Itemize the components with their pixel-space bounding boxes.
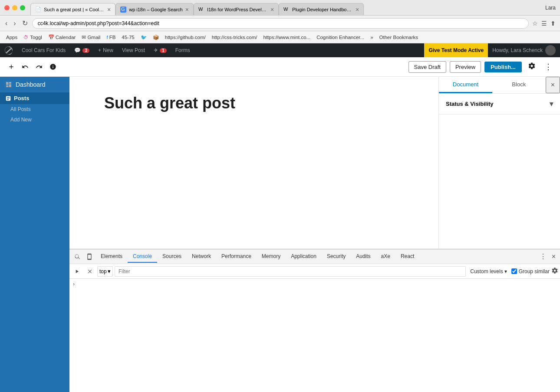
fullscreen-traffic-light[interactable] xyxy=(20,5,25,10)
devtools-tab-sources[interactable]: Sources xyxy=(157,251,187,263)
status-visibility-header[interactable]: Status & Visibility ▾ xyxy=(446,100,553,108)
reader-icon[interactable]: ☰ xyxy=(540,19,548,28)
bookmark-apps[interactable]: Apps xyxy=(3,34,20,41)
document-tab-label: Document xyxy=(453,81,478,88)
reload-button[interactable]: ↻ xyxy=(20,18,30,28)
more-button[interactable]: ⋮ xyxy=(542,59,555,74)
browser-tab-4[interactable]: W Plugin Developer Handbook |… × xyxy=(279,3,364,15)
toolbar-left xyxy=(5,61,59,73)
browser-tab-3[interactable]: W I18n for WordPress Developer… × xyxy=(194,3,279,15)
wp-new-item[interactable]: + New xyxy=(94,43,118,57)
bookmark-icon[interactable]: ☆ xyxy=(531,19,539,28)
group-similar-text: Group similar xyxy=(519,268,550,274)
save-draft-button[interactable]: Save Draft xyxy=(408,61,446,73)
status-visibility-section: Status & Visibility ▾ xyxy=(439,94,560,114)
devtools-inspect-button[interactable] xyxy=(71,252,83,262)
devtools-tab-security[interactable]: Security xyxy=(322,251,351,263)
devtools-tab-performance[interactable]: Performance xyxy=(216,251,257,263)
wp-airplane-item[interactable]: ✈ 1 xyxy=(149,43,171,57)
bookmark-other[interactable]: Other Bookmarks xyxy=(377,34,421,41)
console-tab-label: Console xyxy=(133,253,152,259)
devtools-panel: Elements Console Sources Network Perform… xyxy=(69,249,560,392)
post-title[interactable]: Such a great post xyxy=(104,94,404,112)
browser-tab-2[interactable]: G wp i18n – Google Search × xyxy=(115,3,194,15)
bookmark-calendar[interactable]: 📅 Calendar xyxy=(46,33,79,41)
devtools-more-button[interactable]: ⋮ xyxy=(537,251,549,262)
devtools-tab-memory[interactable]: Memory xyxy=(257,251,286,263)
back-button[interactable]: ‹ xyxy=(3,19,9,28)
close-traffic-light[interactable] xyxy=(4,5,10,10)
context-selector[interactable]: top ▾ xyxy=(97,266,113,277)
wp-comments-item[interactable]: 💬 3 xyxy=(70,43,94,57)
console-clear-button[interactable] xyxy=(84,267,96,276)
tab-close-2[interactable]: × xyxy=(185,6,189,13)
bookmark-cognition[interactable]: Cognition Enhancer... xyxy=(314,34,367,41)
application-tab-label: Application xyxy=(291,253,316,259)
info-button[interactable] xyxy=(47,61,59,73)
devtools-close-button[interactable]: × xyxy=(549,251,558,262)
devtools-tab-application[interactable]: Application xyxy=(286,251,322,263)
forward-button[interactable]: › xyxy=(12,19,17,28)
tab-close-1[interactable]: × xyxy=(107,6,111,13)
browser-tab-1[interactable]: 📄 Such a great post | « Cool Cars… × xyxy=(30,3,115,15)
wp-logo-item[interactable] xyxy=(0,43,17,57)
settings-button[interactable] xyxy=(525,59,538,75)
tab-close-3[interactable]: × xyxy=(270,6,274,13)
sidebar-item-all-posts[interactable]: All Posts xyxy=(0,104,69,114)
give-test-mode-button[interactable]: Give Test Mode Active xyxy=(424,43,488,57)
bookmark-twitter[interactable]: 🐦 xyxy=(138,33,149,41)
wp-view-post-item[interactable]: View Post xyxy=(118,43,149,57)
bookmark-csstricks[interactable]: http://css-tricks.com/ xyxy=(209,34,260,41)
view-post-label: View Post xyxy=(122,47,145,53)
address-input[interactable] xyxy=(32,18,529,29)
devtools-tab-axe[interactable]: aXe xyxy=(376,251,395,263)
devtools-device-button[interactable] xyxy=(83,252,96,262)
group-similar-checkbox[interactable] xyxy=(511,268,517,274)
custom-levels-button[interactable]: Custom levels ▾ xyxy=(468,268,509,274)
howdy-label: Howdy, Lara Schenck xyxy=(492,47,543,53)
redo-button[interactable] xyxy=(33,61,45,73)
devtools-tab-react[interactable]: React xyxy=(395,251,419,263)
publish-button[interactable]: Publish... xyxy=(484,62,522,72)
tab-close-4[interactable]: × xyxy=(356,6,359,13)
comment-bubble-icon: 💬 xyxy=(74,47,81,53)
tab-block[interactable]: Block xyxy=(492,77,546,93)
bookmark-fb[interactable]: f FB xyxy=(104,34,118,41)
bookmark-mint[interactable]: https://www.mint.co... xyxy=(261,34,313,41)
preview-button[interactable]: Preview xyxy=(450,61,481,73)
bookmark-4575[interactable]: 45-75 xyxy=(119,34,137,41)
group-similar-label[interactable]: Group similar xyxy=(511,268,550,274)
editor-main: Such a great post Document Block × xyxy=(69,77,560,392)
devtools-settings-icon-button[interactable] xyxy=(551,267,558,276)
tab-document[interactable]: Document xyxy=(439,77,492,93)
editor-and-panel: Such a great post Document Block × xyxy=(69,77,560,249)
context-select-input[interactable]: top xyxy=(99,268,107,274)
howdy-item[interactable]: Howdy, Lara Schenck xyxy=(488,45,560,56)
undo-button[interactable] xyxy=(19,61,31,73)
wp-forms-item[interactable]: Forms xyxy=(171,43,194,57)
bookmark-github[interactable]: https://github.com/ xyxy=(162,34,208,41)
devtools-content: › xyxy=(69,279,560,392)
filter-input[interactable] xyxy=(115,266,466,277)
console-play-button[interactable] xyxy=(71,267,82,276)
bookmark-box[interactable]: 📦 xyxy=(150,33,161,41)
bookmark-toggl[interactable]: ⏱ Toggl xyxy=(21,34,45,41)
devtools-tab-network[interactable]: Network xyxy=(187,251,216,263)
add-block-button[interactable] xyxy=(5,61,17,73)
devtools-tab-elements[interactable]: Elements xyxy=(96,251,128,263)
devtools-tab-console[interactable]: Console xyxy=(128,251,157,263)
save-draft-label: Save Draft xyxy=(414,64,441,70)
panel-close-button[interactable]: × xyxy=(546,77,560,93)
wp-home-item[interactable]: Cool Cars For Kids xyxy=(17,43,70,57)
sidebar-item-posts[interactable]: Posts xyxy=(0,92,69,104)
gmail-icon: ✉ xyxy=(82,34,86,40)
editor-area[interactable]: Such a great post xyxy=(69,77,438,249)
console-prompt-arrow[interactable]: › xyxy=(73,281,75,287)
bookmark-more[interactable]: » xyxy=(368,34,376,41)
sidebar-item-dashboard[interactable]: Dashboard xyxy=(0,77,69,92)
bookmark-gmail[interactable]: ✉ Gmail xyxy=(79,33,103,41)
minimize-traffic-light[interactable] xyxy=(12,5,17,10)
devtools-tab-audits[interactable]: Audits xyxy=(351,251,376,263)
sidebar-item-add-new[interactable]: Add New xyxy=(0,114,69,125)
share-icon[interactable]: ⬆ xyxy=(550,19,557,28)
